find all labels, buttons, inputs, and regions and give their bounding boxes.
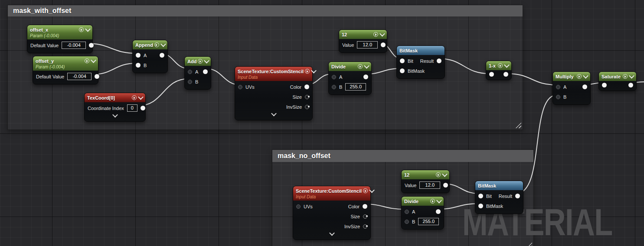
- b-value-input[interactable]: 255.0: [345, 83, 366, 91]
- preview-icon[interactable]: [358, 64, 363, 69]
- input-pin-b[interactable]: [556, 95, 560, 99]
- output-pin-invsize[interactable]: [363, 224, 367, 229]
- output-pin[interactable]: [582, 84, 587, 89]
- output-pin[interactable]: [503, 72, 508, 77]
- expand-chevron-icon[interactable]: [112, 112, 118, 118]
- node-offset-x[interactable]: offset_x Param (-0.004) Default Value -0…: [27, 25, 93, 53]
- preview-icon[interactable]: [154, 42, 159, 47]
- expand-chevron-icon[interactable]: [329, 230, 335, 236]
- comment-header[interactable]: mask_no_offset: [272, 150, 533, 162]
- preview-icon[interactable]: [373, 32, 378, 37]
- node-bitmask[interactable]: BitMask Bit Result BitMask: [396, 45, 445, 79]
- input-pin-b[interactable]: [405, 220, 409, 224]
- chevron-down-icon[interactable]: [629, 73, 634, 79]
- node-divide[interactable]: Divide A B 255.0: [328, 62, 372, 95]
- node-header[interactable]: 1-x: [486, 61, 511, 70]
- output-pin-invsize[interactable]: [305, 105, 309, 109]
- preview-icon[interactable]: [577, 74, 582, 79]
- output-pin-result[interactable]: [515, 194, 520, 198]
- default-value-input[interactable]: -0.004: [67, 73, 92, 80]
- preview-icon[interactable]: [430, 199, 435, 204]
- input-pin-b[interactable]: [188, 80, 192, 84]
- node-header[interactable]: Divide: [329, 62, 371, 71]
- input-pin-a[interactable]: [405, 210, 409, 214]
- node-constant-12[interactable]: 12 Value 12.0: [401, 170, 450, 193]
- input-pin[interactable]: [489, 72, 494, 77]
- node-header[interactable]: Append: [133, 40, 167, 49]
- output-pin[interactable]: [160, 53, 164, 58]
- chevron-down-icon[interactable]: [436, 198, 442, 204]
- node-header[interactable]: SceneTexture:CustomStencil Input Data: [293, 186, 370, 201]
- node-multiply[interactable]: Multiply A B: [552, 71, 591, 105]
- node-constant-12[interactable]: 12 Value 12.0: [339, 29, 387, 53]
- input-pin-a[interactable]: [332, 75, 336, 79]
- output-pin[interactable]: [95, 74, 99, 79]
- b-value-input[interactable]: 255.0: [418, 218, 439, 225]
- preview-icon[interactable]: [79, 27, 84, 32]
- input-pin[interactable]: [602, 83, 607, 87]
- preview-icon[interactable]: [623, 74, 628, 79]
- node-append[interactable]: Append A B: [132, 40, 168, 73]
- preview-icon[interactable]: [198, 59, 203, 64]
- chevron-down-icon[interactable]: [379, 31, 385, 37]
- value-input[interactable]: 12.0: [419, 181, 440, 189]
- chevron-down-icon[interactable]: [583, 73, 588, 79]
- node-one-minus-x[interactable]: 1-x: [486, 61, 512, 80]
- chevron-down-icon[interactable]: [85, 26, 91, 32]
- input-pin-a[interactable]: [188, 70, 192, 74]
- node-header[interactable]: Saturate: [599, 72, 636, 81]
- node-header[interactable]: BitMask: [397, 46, 445, 55]
- node-divide[interactable]: Divide A B 255.0: [401, 196, 444, 230]
- input-pin-a[interactable]: [556, 85, 560, 89]
- input-pin-b[interactable]: [136, 63, 141, 68]
- preview-icon[interactable]: [498, 63, 503, 68]
- output-pin[interactable]: [203, 69, 208, 74]
- node-header[interactable]: SceneTexture:CustomStencil Input Data: [235, 67, 312, 81]
- node-scenetexture-customstencil[interactable]: SceneTexture:CustomStencil Input Data UV…: [293, 186, 371, 240]
- preview-icon[interactable]: [436, 172, 441, 177]
- node-header[interactable]: Add: [185, 57, 211, 66]
- input-pin-uvs[interactable]: [296, 204, 301, 209]
- output-pin-color[interactable]: [363, 204, 367, 209]
- chevron-down-icon[interactable]: [369, 188, 375, 193]
- node-header[interactable]: offset_y Param (-0.004): [33, 56, 98, 71]
- chevron-down-icon[interactable]: [138, 94, 144, 100]
- chevron-down-icon[interactable]: [91, 58, 96, 63]
- node-header[interactable]: 12: [402, 170, 449, 179]
- node-offset-y[interactable]: offset_y Param (-0.004) Default Value -0…: [33, 56, 98, 84]
- output-pin-result[interactable]: [437, 58, 441, 63]
- chevron-down-icon[interactable]: [160, 42, 166, 47]
- node-header[interactable]: Multiply: [553, 72, 590, 81]
- output-pin-size[interactable]: [305, 95, 309, 99]
- input-pin-bitmask[interactable]: [400, 68, 405, 73]
- node-add[interactable]: Add A B: [184, 56, 211, 90]
- output-pin[interactable]: [89, 43, 94, 48]
- node-texcoord[interactable]: TexCoord[0] Coordinate Index 0: [84, 93, 146, 122]
- preview-icon[interactable]: [85, 58, 89, 63]
- node-header[interactable]: BitMask: [475, 181, 523, 190]
- output-pin-size[interactable]: [363, 214, 367, 219]
- node-header[interactable]: TexCoord[0]: [85, 93, 145, 102]
- chevron-down-icon[interactable]: [364, 63, 369, 69]
- chevron-down-icon[interactable]: [504, 62, 510, 68]
- node-saturate[interactable]: Saturate: [598, 71, 637, 91]
- output-pin[interactable]: [363, 74, 368, 79]
- chevron-down-icon[interactable]: [311, 68, 317, 74]
- node-header[interactable]: offset_x Param (-0.004): [27, 25, 92, 39]
- input-pin-bit[interactable]: [400, 58, 405, 63]
- node-header[interactable]: Divide: [402, 197, 444, 206]
- comment-header[interactable]: mask_with_offset: [8, 5, 523, 16]
- output-pin[interactable]: [436, 209, 441, 214]
- chevron-down-icon[interactable]: [442, 172, 448, 177]
- coordinate-index-input[interactable]: 0: [127, 104, 137, 112]
- preview-icon[interactable]: [305, 69, 310, 74]
- output-pin[interactable]: [141, 106, 145, 110]
- resize-handle[interactable]: [516, 123, 521, 128]
- node-scenetexture-customstencil[interactable]: SceneTexture:CustomStencil Input Data UV…: [235, 66, 313, 120]
- value-input[interactable]: 12.0: [357, 41, 378, 49]
- output-pin[interactable]: [443, 183, 448, 188]
- output-pin[interactable]: [381, 42, 386, 47]
- default-value-input[interactable]: -0.004: [62, 42, 86, 49]
- expand-chevron-icon[interactable]: [271, 111, 277, 117]
- input-pin-bitmask[interactable]: [478, 204, 483, 208]
